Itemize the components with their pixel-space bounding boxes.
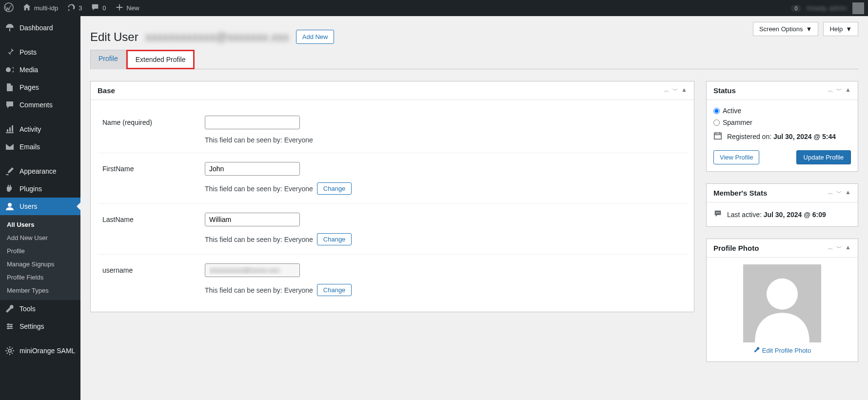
sidebar-submenu-users: All Users Add New User Profile Manage Si…: [0, 215, 80, 300]
sidebar-item-settings[interactable]: Settings: [0, 318, 80, 335]
sidebar-sub-manage-signups[interactable]: Manage Signups: [0, 258, 80, 271]
sidebar-item-comments[interactable]: Comments: [0, 96, 80, 114]
tab-extended-profile[interactable]: Extended Profile: [126, 50, 195, 69]
sidebar-item-label: Dashboard: [20, 24, 53, 32]
sidebar-sub-profile[interactable]: Profile: [0, 244, 80, 258]
sidebar-sub-all-users[interactable]: All Users: [0, 218, 80, 231]
lastname-change-button[interactable]: Change: [317, 233, 352, 245]
field-row-lastname: LastName This field can be seen by: Ever…: [98, 204, 687, 255]
field-label-name: Name (required): [102, 116, 205, 126]
field-label-lastname: LastName: [102, 213, 205, 223]
user-avatar-small[interactable]: [852, 2, 864, 14]
chat-icon: [713, 209, 722, 220]
chevron-down-icon: ▼: [806, 25, 812, 33]
updates-icon: [67, 3, 76, 13]
svg-point-15: [767, 279, 798, 310]
svg-point-11: [716, 212, 717, 213]
brush-icon: [5, 166, 15, 176]
help-tab[interactable]: Help ▼: [823, 22, 858, 36]
sidebar-item-miniorange[interactable]: miniOrange SAML: [0, 342, 80, 360]
stats-panel-title: Member's Stats: [713, 189, 767, 197]
field-label-username: username: [102, 263, 205, 274]
notification-count[interactable]: 0: [791, 5, 801, 12]
sidebar-item-tools[interactable]: Tools: [0, 300, 80, 318]
status-active-label: Active: [723, 107, 741, 115]
pin-icon: [5, 47, 15, 57]
svg-point-7: [10, 325, 12, 327]
activity-icon: [5, 124, 15, 134]
field-label-firstname: FirstName: [102, 162, 205, 173]
user-greeting[interactable]: Howdy, admin: [807, 4, 847, 12]
caret-up-icon[interactable]: ▲: [845, 244, 851, 252]
status-spammer-label: Spammer: [723, 119, 752, 126]
sidebar-item-label: Emails: [20, 143, 40, 151]
chevron-up-icon[interactable]: ︿: [828, 86, 833, 95]
username-change-button[interactable]: Change: [317, 284, 352, 296]
lastname-input[interactable]: [205, 213, 300, 226]
sidebar-item-emails[interactable]: Emails: [0, 138, 80, 156]
chevron-down-icon[interactable]: ﹀: [836, 86, 842, 95]
chevron-up-icon[interactable]: ︿: [664, 86, 670, 95]
sidebar-item-users[interactable]: Users: [0, 198, 80, 215]
dashboard-icon: [5, 23, 15, 33]
sidebar-item-dashboard[interactable]: Dashboard: [0, 19, 80, 37]
member-stats-panel: Member's Stats ︿ ﹀ ▲: [706, 183, 858, 227]
site-name: multi-idp: [34, 4, 58, 12]
updates-link[interactable]: 3: [67, 3, 82, 13]
sidebar-item-label: Posts: [20, 48, 37, 56]
caret-up-icon[interactable]: ▲: [845, 189, 851, 197]
comments-link[interactable]: 0: [91, 3, 106, 13]
svg-point-8: [7, 327, 9, 329]
chevron-down-icon[interactable]: ﹀: [836, 244, 842, 252]
last-active-value: Jul 30, 2024 @ 6:09: [764, 211, 826, 219]
chevron-up-icon[interactable]: ︿: [828, 244, 833, 252]
sidebar-item-posts[interactable]: Posts: [0, 43, 80, 61]
status-spammer-radio[interactable]: [713, 120, 720, 126]
update-profile-button[interactable]: Update Profile: [796, 150, 851, 164]
chevron-down-icon[interactable]: ﹀: [672, 86, 678, 95]
site-home[interactable]: multi-idp: [22, 3, 58, 13]
chevron-down-icon[interactable]: ﹀: [836, 189, 842, 197]
firstname-input[interactable]: [205, 162, 300, 176]
name-input[interactable]: [205, 116, 300, 129]
new-label: New: [127, 4, 139, 12]
svg-point-6: [7, 323, 9, 325]
sidebar-sub-add-new[interactable]: Add New User: [0, 231, 80, 244]
comment-icon: [91, 3, 99, 13]
sidebar-item-plugins[interactable]: Plugins: [0, 180, 80, 198]
wp-logo[interactable]: [4, 2, 14, 14]
sidebar-item-appearance[interactable]: Appearance: [0, 162, 80, 180]
chevron-up-icon[interactable]: ︿: [828, 189, 833, 197]
admin-sidebar: Dashboard Posts Media Pages Comments Act…: [0, 16, 80, 400]
sidebar-item-label: Tools: [20, 305, 36, 313]
caret-up-icon[interactable]: ▲: [845, 86, 851, 95]
view-profile-button[interactable]: View Profile: [713, 150, 759, 164]
sidebar-item-pages[interactable]: Pages: [0, 79, 80, 96]
base-panel-title: Base: [98, 86, 115, 95]
status-panel: Status ︿ ﹀ ▲ Active: [706, 81, 858, 172]
sidebar-sub-member-types[interactable]: Member Types: [0, 284, 80, 297]
edit-profile-photo-link[interactable]: Edit Profile Photo: [713, 346, 851, 355]
tab-profile[interactable]: Profile: [90, 50, 126, 69]
page-icon: [5, 82, 15, 92]
wrench-icon: [5, 304, 15, 314]
sidebar-item-label: Pages: [20, 83, 39, 91]
caret-up-icon[interactable]: ▲: [681, 86, 687, 95]
main-content: Screen Options ▼ Help ▼ Edit User xxxxxx…: [80, 16, 868, 400]
sidebar-item-media[interactable]: Media: [0, 61, 80, 79]
help-label: Help: [829, 25, 843, 33]
sidebar-item-label: Activity: [20, 125, 41, 133]
field-row-username: username This field can be seen by: Ever…: [98, 255, 687, 305]
screen-options-tab[interactable]: Screen Options ▼: [753, 22, 818, 36]
chevron-down-icon: ▼: [846, 25, 852, 33]
add-new-button[interactable]: Add New: [296, 30, 335, 44]
edit-photo-label: Edit Profile Photo: [762, 347, 811, 354]
registered-value: Jul 30, 2024 @ 5:44: [773, 133, 836, 140]
sidebar-item-activity[interactable]: Activity: [0, 120, 80, 138]
wrench-icon: [753, 346, 760, 355]
sidebar-sub-profile-fields[interactable]: Profile Fields: [0, 271, 80, 284]
new-content[interactable]: New: [115, 3, 139, 13]
status-active-radio[interactable]: [713, 108, 720, 114]
username-input[interactable]: [205, 263, 300, 277]
firstname-change-button[interactable]: Change: [317, 182, 352, 195]
